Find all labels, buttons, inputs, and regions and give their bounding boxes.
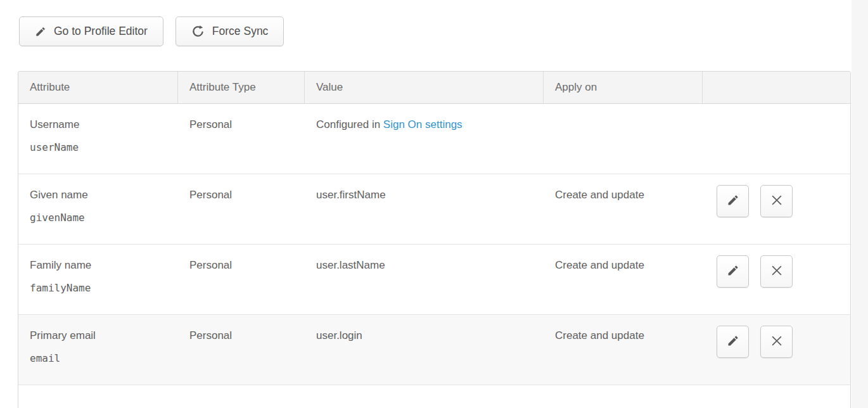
actions-cell	[703, 315, 850, 385]
actions-cell	[703, 174, 850, 244]
column-header-actions	[703, 72, 850, 103]
delete-attribute-button[interactable]	[760, 185, 793, 217]
attribute-label: Given name	[30, 188, 172, 202]
attribute-cell: Family name familyName	[18, 245, 178, 314]
attribute-type-cell: Personal	[178, 174, 305, 244]
force-sync-label: Force Sync	[212, 25, 269, 38]
actions-cell	[703, 104, 850, 174]
table-row-given-name: Given name givenName Personal user.first…	[18, 174, 850, 245]
delete-attribute-button[interactable]	[760, 326, 793, 358]
column-header-value: Value	[305, 72, 544, 103]
apply-on-cell: Create and update	[544, 174, 703, 244]
attribute-type-cell: Personal	[178, 245, 305, 314]
attribute-type-cell: Personal	[178, 104, 305, 174]
attribute-variable: givenName	[30, 211, 172, 225]
go-to-profile-editor-button[interactable]: Go to Profile Editor	[19, 16, 163, 46]
column-header-attribute: Attribute	[18, 72, 178, 103]
attribute-variable: familyName	[30, 281, 172, 295]
close-icon	[770, 193, 784, 209]
table-row-family-name: Family name familyName Personal user.las…	[18, 245, 850, 315]
close-icon	[770, 334, 784, 350]
apply-on-cell: Create and update	[544, 245, 703, 314]
table-row-primary-email: Primary email email Personal user.login …	[18, 315, 850, 385]
pencil-icon	[35, 26, 46, 37]
attribute-label: Primary email	[30, 329, 172, 343]
edit-attribute-button[interactable]	[717, 255, 749, 288]
attribute-cell: Primary email email	[18, 315, 178, 385]
value-cell: user.login	[305, 315, 544, 385]
pencil-icon	[727, 194, 739, 208]
edit-attribute-button[interactable]	[717, 185, 749, 217]
attribute-mapping-table: Attribute Attribute Type Value Apply on …	[18, 71, 851, 408]
sign-on-settings-link[interactable]: Sign On settings	[383, 118, 463, 131]
value-cell: user.firstName	[305, 174, 544, 244]
table-row-username: Username userName Personal Configured in…	[18, 104, 850, 174]
table-row-partial	[18, 385, 850, 408]
apply-on-cell	[544, 104, 703, 174]
column-header-apply-on: Apply on	[544, 72, 703, 103]
toolbar: Go to Profile Editor Force Sync	[19, 16, 284, 46]
refresh-icon	[191, 25, 205, 38]
actions-cell	[703, 245, 850, 314]
close-icon	[770, 264, 784, 279]
delete-attribute-button[interactable]	[760, 255, 793, 288]
attribute-label: Username	[30, 118, 172, 132]
attribute-variable: email	[30, 352, 172, 366]
value-cell: user.lastName	[305, 245, 544, 314]
pencil-icon	[727, 335, 739, 349]
attribute-label: Family name	[30, 258, 172, 272]
page-background-strip	[852, 0, 868, 408]
table-header: Attribute Attribute Type Value Apply on	[18, 72, 850, 104]
value-cell: Configured in Sign On settings	[305, 104, 544, 174]
column-header-attribute-type: Attribute Type	[178, 72, 305, 103]
attribute-variable: userName	[30, 141, 172, 155]
attribute-cell: Username userName	[18, 104, 178, 174]
force-sync-button[interactable]: Force Sync	[176, 16, 284, 46]
apply-on-cell: Create and update	[544, 315, 703, 385]
go-to-profile-editor-label: Go to Profile Editor	[54, 25, 148, 38]
attribute-cell: Given name givenName	[18, 174, 178, 244]
value-prefix: Configured in	[316, 118, 383, 131]
attribute-type-cell: Personal	[178, 315, 305, 385]
edit-attribute-button[interactable]	[717, 326, 749, 358]
pencil-icon	[727, 264, 739, 279]
